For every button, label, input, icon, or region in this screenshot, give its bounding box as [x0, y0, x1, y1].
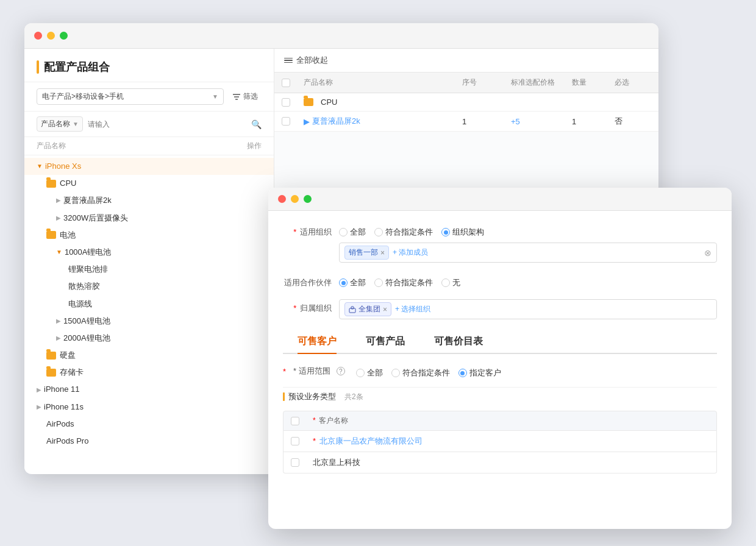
filter-button[interactable]: 筛选: [229, 89, 262, 104]
tree-item-licell[interactable]: 锂聚电池排: [24, 261, 274, 278]
tree-item-label: 散热溶胶: [68, 281, 100, 292]
close-button-icon[interactable]: [34, 32, 42, 40]
add-member-button[interactable]: + 添加成员: [393, 247, 428, 258]
search-tag[interactable]: 产品名称 ▼: [37, 116, 83, 132]
tree-item-label: 夏普液晶屏2k: [63, 195, 112, 206]
search-icon[interactable]: 🔍: [251, 119, 262, 129]
expand-icon[interactable]: ▶: [304, 117, 310, 126]
search-input[interactable]: [88, 120, 246, 129]
second-window-body: * 适用组织 全部 符合指定条件: [268, 211, 732, 525]
row1-checkbox[interactable]: [291, 437, 299, 445]
tree-item-camera[interactable]: ▶ 3200W后置摄像头: [24, 210, 274, 227]
tree-item-label: CPU: [60, 178, 76, 189]
row1-checkbox-cell: [291, 437, 313, 445]
tab-sellable-customer[interactable]: 可售客户: [283, 330, 351, 353]
clear-icon[interactable]: ⊗: [704, 248, 711, 258]
tag-remove-icon[interactable]: ×: [380, 249, 385, 257]
select-org-button[interactable]: + 选择组织: [395, 304, 430, 314]
tree-item-label: iPhone 11: [44, 384, 80, 395]
tree-item-iphone-xs[interactable]: ▼ iPhone Xs: [24, 158, 274, 175]
data-header-customer-name: * 客户名称: [313, 416, 709, 426]
category-select[interactable]: 电子产品>移动设备>手机 ▼: [37, 88, 224, 105]
partner-option-none[interactable]: 无: [441, 277, 460, 288]
arrow-down-icon: ▼: [37, 162, 43, 171]
section-title: 预设业务类型: [288, 391, 336, 402]
belong-form-row: * 归属组织 全集团 × + 选择组织: [283, 299, 717, 319]
xiapu-name[interactable]: 夏普液晶屏2k: [312, 116, 360, 127]
maximize-button-icon[interactable]: [60, 32, 68, 40]
row1-customer-name: * 北京康一品农产物流有限公司: [313, 436, 709, 447]
tree-item-airpods[interactable]: AirPods: [24, 416, 274, 433]
header-qty: 数量: [572, 77, 615, 88]
menu-icon: [284, 58, 293, 63]
tree-item-thermal[interactable]: 散热溶胶: [24, 278, 274, 295]
tab-sellable-product[interactable]: 可售产品: [351, 330, 419, 353]
title-accent: [37, 60, 39, 74]
belong-tag-input[interactable]: 全集团 × + 选择组织: [339, 299, 717, 319]
org-option-all[interactable]: 全部: [339, 227, 366, 238]
org-radio-group: 全部 符合指定条件 组织架构: [339, 223, 717, 238]
cpu-label: CPU: [321, 98, 337, 107]
tree-item-label: 存储卡: [60, 367, 84, 378]
row-checkbox[interactable]: [282, 117, 290, 126]
left-panel: 配置产品组合 电子产品>移动设备>手机 ▼: [24, 49, 274, 473]
tree-item-powerline[interactable]: 电源线: [24, 296, 274, 313]
page-title-area: 配置产品组合: [24, 49, 274, 82]
radio-circle-selected: [458, 369, 467, 377]
table-row[interactable]: 北京皇上科技: [283, 452, 717, 473]
col-name-header: 产品名称: [37, 141, 237, 151]
tree-item-battery[interactable]: 电池: [24, 227, 274, 244]
header-price: 标准选配价格: [511, 77, 572, 88]
scope-option-specific[interactable]: 指定客户: [458, 367, 501, 378]
tree-item-cpu[interactable]: CPU: [24, 175, 274, 192]
customer-tab-content: * * 适用范围 ? 全部 符合指定条件: [283, 364, 717, 473]
partner-option-all[interactable]: 全部: [339, 277, 366, 288]
toolbar-row: 全部收起: [274, 49, 658, 73]
close-button-icon[interactable]: [278, 195, 286, 203]
row-checkbox[interactable]: [282, 98, 290, 107]
tag-chevron-icon: ▼: [73, 121, 79, 127]
tree-item-hdd[interactable]: 硬盘: [24, 347, 274, 364]
table-row[interactable]: * 北京康一品农产物流有限公司: [283, 431, 717, 452]
tree-item-battery-2000[interactable]: ▶ 2000A锂电池: [24, 330, 274, 347]
table-row-xiapu: ▶ 夏普液晶屏2k 1 +5 1 否: [274, 112, 658, 132]
tree-item-battery-1000[interactable]: ▼ 1000A锂电池: [24, 244, 274, 261]
scope-label: * 适用范围: [293, 366, 330, 377]
minimize-button-icon[interactable]: [291, 195, 299, 203]
folder-icon: [46, 352, 56, 360]
xiapu-required: 否: [615, 116, 651, 127]
minimize-button-icon[interactable]: [47, 32, 55, 40]
arrow-down-icon: ▼: [56, 248, 62, 257]
belong-label: * 归属组织: [283, 299, 332, 314]
partner-option-condition[interactable]: 符合指定条件: [374, 277, 433, 288]
row2-checkbox[interactable]: [291, 458, 299, 467]
row2-customer-name: 北京皇上科技: [313, 457, 709, 468]
org-label: * 适用组织: [283, 223, 332, 238]
tree-item-iphone11[interactable]: ▶ iPhone 11: [24, 381, 274, 398]
tree-item-storage[interactable]: 存储卡: [24, 364, 274, 381]
window-titlebar: [24, 23, 658, 49]
tag-remove-icon[interactable]: ×: [383, 306, 387, 313]
header-checkbox[interactable]: [282, 79, 290, 87]
xiapu-price: +5: [511, 117, 572, 126]
tree-item-airpods-pro[interactable]: AirPods Pro: [24, 433, 274, 450]
scope-option-condition[interactable]: 符合指定条件: [391, 367, 450, 378]
maximize-button-icon[interactable]: [304, 195, 312, 203]
data-header-checkbox[interactable]: [291, 417, 299, 425]
tree-item-label: AirPods Pro: [46, 436, 88, 447]
info-icon[interactable]: ?: [337, 367, 345, 375]
partner-radio-group: 全部 符合指定条件 无: [339, 274, 460, 288]
org-option-condition[interactable]: 符合指定条件: [374, 227, 433, 238]
tree-item-iphone11s[interactable]: ▶ iPhone 11s: [24, 399, 274, 416]
collapse-button[interactable]: 全部收起: [284, 55, 328, 66]
org-tag-input[interactable]: 销售一部 × + 添加成员 ⊗: [339, 243, 717, 263]
tree-item-label: 硬盘: [60, 350, 76, 361]
table-header: 产品名称 序号 标准选配价格 数量 必选: [274, 73, 658, 93]
tree-item-xiapu[interactable]: ▶ 夏普液晶屏2k: [24, 192, 274, 209]
tree-item-battery-1500[interactable]: ▶ 1500A锂电池: [24, 313, 274, 330]
org-option-structure[interactable]: 组织架构: [441, 227, 484, 238]
radio-circle: [391, 369, 400, 377]
column-header: 产品名称 操作: [24, 137, 274, 155]
scope-option-all[interactable]: 全部: [356, 367, 383, 378]
tab-sellable-pricelist[interactable]: 可售价目表: [419, 330, 497, 353]
